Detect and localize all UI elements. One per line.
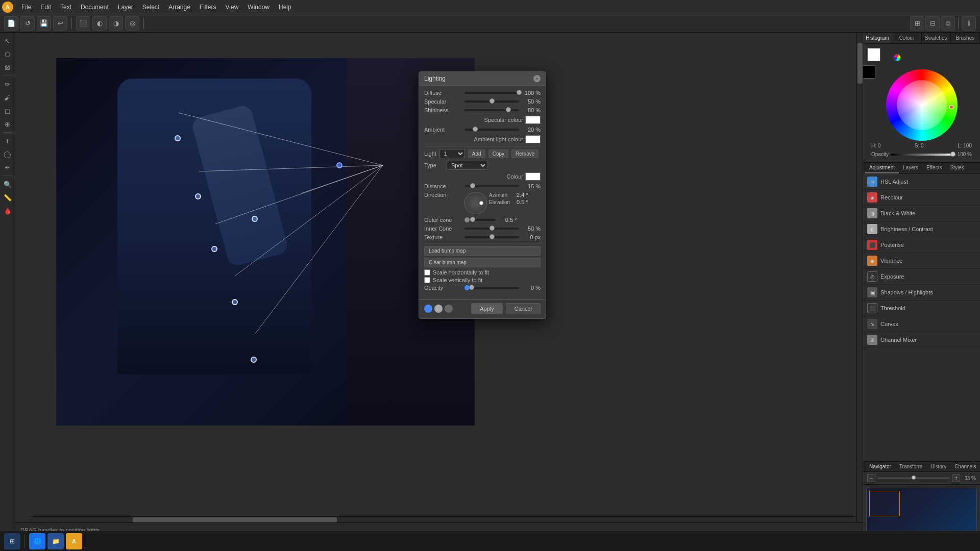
tab-channels[interactable]: Channels [950, 462, 980, 471]
tab-transform[interactable]: Transform [895, 462, 926, 471]
undo-btn[interactable]: ↩ [53, 16, 67, 31]
v-scrollbar[interactable] [856, 33, 863, 522]
adj-threshold[interactable]: ⬛ Threshold [863, 300, 980, 316]
tool-paint[interactable]: 🖌 [2, 91, 14, 104]
taskbar-start[interactable]: ⊞ [4, 533, 20, 549]
snap-btn[interactable]: ⊞ [910, 16, 924, 31]
menu-layer[interactable]: Layer [114, 3, 137, 12]
apply-btn[interactable]: Apply [471, 303, 503, 314]
menu-view[interactable]: View [222, 3, 243, 12]
copy-light-btn[interactable]: Copy [488, 149, 508, 158]
menu-window[interactable]: Window [243, 3, 274, 12]
taskbar-explorer[interactable]: 📁 [47, 533, 64, 549]
adj-exposure[interactable]: ◎ Exposure [863, 269, 980, 285]
add-light-btn[interactable]: Add [468, 149, 485, 158]
preview-icon-2[interactable] [434, 305, 443, 313]
scale-h-checkbox[interactable] [424, 269, 430, 276]
specular-slider[interactable] [464, 101, 519, 103]
color-wheel-container[interactable] [886, 69, 958, 141]
ambient-colour-swatch[interactable] [525, 135, 541, 143]
cancel-btn[interactable]: Cancel [506, 303, 541, 314]
clear-bump-map-btn[interactable]: Clear bump map [424, 258, 541, 267]
zoom-track[interactable] [877, 478, 950, 479]
scale-v-checkbox[interactable] [424, 277, 430, 283]
adj-brightness[interactable]: ◐ Brightness / Contrast [863, 221, 980, 237]
menu-file[interactable]: File [17, 3, 35, 12]
adj-recolour[interactable]: ◈ Recolour [863, 190, 980, 206]
color-mode-icon[interactable] [894, 54, 901, 61]
adj-shadows[interactable]: ▣ Shadows / Highlights [863, 285, 980, 300]
specular-colour-swatch[interactable] [525, 116, 541, 124]
tab-navigator[interactable]: Navigator [865, 462, 895, 471]
light-handle-6[interactable] [232, 299, 238, 305]
adj-posterise[interactable]: ⬛ Posterise [863, 237, 980, 253]
navigator-preview[interactable] [866, 488, 977, 534]
taskbar-browser[interactable]: 🌐 [29, 533, 45, 549]
menu-filters[interactable]: Filters [195, 3, 220, 12]
light-handle-1[interactable] [175, 135, 181, 141]
tab-styles[interactable]: Styles [946, 163, 968, 173]
new-document-btn[interactable]: 📄 [4, 16, 18, 31]
menu-document[interactable]: Document [77, 3, 113, 12]
type-select[interactable]: Spot Point Directional [447, 161, 487, 170]
tab-layers[interactable]: Layers [899, 163, 922, 173]
background-swatch[interactable] [863, 65, 875, 79]
taskbar-affinity[interactable]: A [66, 533, 82, 549]
tool-crop[interactable]: ⊠ [2, 61, 14, 73]
opacity-slider[interactable] [891, 154, 955, 156]
preview-icon-1[interactable] [424, 305, 432, 313]
menu-help[interactable]: Help [275, 3, 296, 12]
diffuse-slider[interactable] [464, 92, 519, 94]
dialog-close-btn[interactable]: × [533, 75, 541, 82]
open-btn[interactable]: ↺ [20, 16, 35, 31]
tool-clone[interactable]: ⊕ [2, 118, 14, 130]
adj-curves[interactable]: ∿ Curves [863, 316, 980, 332]
zoom-out-btn[interactable]: − [867, 474, 875, 482]
load-bump-map-btn[interactable]: Load bump map [424, 246, 541, 256]
remove-light-btn[interactable]: Remove [511, 149, 538, 158]
tool-brush[interactable]: ✏ [2, 78, 14, 90]
distance-slider[interactable] [464, 185, 519, 187]
direction-wheel[interactable] [464, 192, 487, 214]
light-handle-7[interactable] [251, 357, 257, 363]
inner-cone-slider[interactable] [464, 228, 519, 230]
tab-colour[interactable]: Colour [892, 33, 921, 43]
photo-canvas[interactable] [56, 58, 475, 425]
zoom-in-btn[interactable]: + [952, 474, 960, 482]
color-wheel[interactable] [886, 69, 958, 141]
shininess-slider[interactable] [464, 109, 519, 111]
mode-btn3[interactable]: ◑ [109, 16, 123, 31]
colour-swatch[interactable] [525, 172, 541, 181]
tool-erase[interactable]: ◻ [2, 105, 14, 117]
tool-select[interactable]: ↖ [2, 35, 14, 47]
tab-histogram[interactable]: Histogram [863, 33, 892, 43]
mode-btn4[interactable]: ◎ [125, 16, 139, 31]
h-scrollbar-thumb[interactable] [133, 517, 337, 522]
tool-node[interactable]: ⬡ [2, 48, 14, 60]
outer-cone-slider[interactable] [472, 219, 496, 221]
tool-zoom[interactable]: 🔍 [2, 178, 14, 190]
h-scrollbar[interactable] [31, 516, 863, 522]
ambient-slider[interactable] [464, 129, 519, 131]
tool-eyedrop[interactable]: 🩸 [2, 205, 14, 217]
adj-vibrance[interactable]: ◆ Vibrance [863, 253, 980, 269]
save-btn[interactable]: 💾 [37, 16, 51, 31]
tab-swatches[interactable]: Swatches [922, 33, 951, 43]
v-scrollbar-thumb[interactable] [857, 43, 863, 84]
view-btn[interactable]: ⧉ [941, 16, 955, 31]
menu-text[interactable]: Text [56, 3, 76, 12]
light-handle-3[interactable] [252, 216, 258, 222]
menu-arrange[interactable]: Arrange [164, 3, 194, 12]
mode-btn2[interactable]: ◐ [92, 16, 107, 31]
grid-btn[interactable]: ⊟ [925, 16, 940, 31]
adj-hsl[interactable]: ≋ HSL Adjust [863, 174, 980, 190]
light-select[interactable]: 1 2 3 [439, 149, 465, 158]
opacity-dialog-slider[interactable] [472, 287, 519, 289]
tab-brushes[interactable]: Brushes [951, 33, 980, 43]
menu-select[interactable]: Select [138, 3, 163, 12]
tab-history[interactable]: History [926, 462, 950, 471]
tab-effects[interactable]: Effects [922, 163, 946, 173]
light-handle-4[interactable] [336, 162, 342, 168]
tool-measure[interactable]: 📏 [2, 191, 14, 204]
info-btn[interactable]: ℹ [962, 16, 976, 31]
